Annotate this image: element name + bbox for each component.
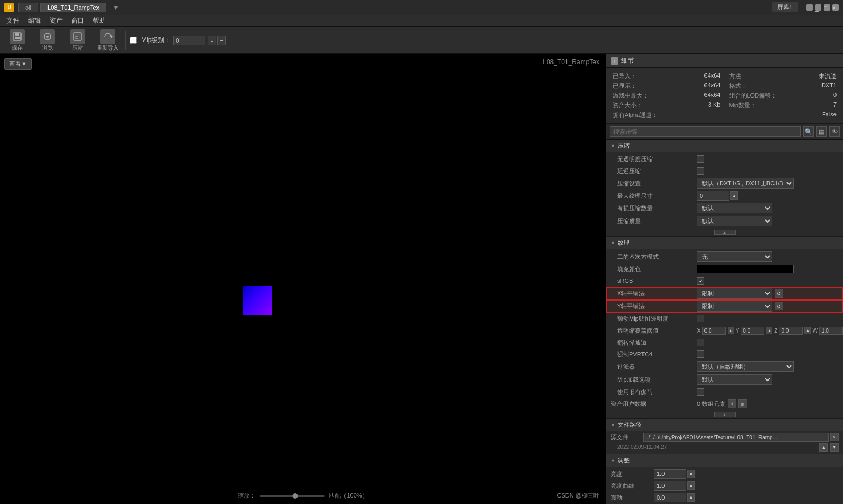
source-file-value: ../../../UnityProj/AP01/Assets/Texture/L… <box>643 433 829 442</box>
pin-btn[interactable] <box>806 4 813 11</box>
browse-button[interactable]: 浏览 <box>34 29 60 52</box>
adjust-section: ▼ 调整 亮度 ▲ 亮度曲线 ▲ <box>606 454 843 504</box>
mip-plus-btn[interactable]: + <box>217 36 226 45</box>
filepath-arrow: ▼ <box>611 423 616 428</box>
compress-settings-select[interactable]: 默认（DXT1/5，DX11上BC1/3） <box>697 178 794 189</box>
filepath-section-header[interactable]: ▼ 文件路径 <box>606 419 843 431</box>
menu-edit[interactable]: 编辑 <box>24 15 45 26</box>
maximize-btn[interactable]: □ <box>824 4 830 11</box>
compress-quality-select[interactable]: 默认 <box>697 216 772 226</box>
yaxis-reset-btn[interactable]: ↺ <box>775 302 783 310</box>
yaxis-tiling-select[interactable]: 限制 <box>697 301 772 312</box>
grid-view-btn[interactable]: ▦ <box>816 126 827 137</box>
xaxis-reset-btn[interactable]: ↺ <box>775 289 783 298</box>
xyzw-z-spin[interactable]: ▲ <box>804 327 811 334</box>
flip-green-checkbox[interactable] <box>697 339 704 346</box>
tab-ramptex[interactable]: L08_T01_RampTex <box>40 3 106 12</box>
userdata-add-btn[interactable]: + <box>728 399 736 408</box>
mip-checkbox[interactable] <box>130 37 137 44</box>
xaxis-tiling-select[interactable]: 限制 <box>697 288 772 299</box>
mip-minus-btn[interactable]: - <box>208 36 216 45</box>
vibration-input[interactable] <box>654 493 686 502</box>
search-input[interactable] <box>610 126 801 137</box>
max-texture-up-btn[interactable]: ▲ <box>730 191 738 200</box>
menu-help[interactable]: 帮助 <box>88 15 110 26</box>
filter-select[interactable]: 默认（自纹理组） <box>697 361 794 372</box>
nav-down-btn[interactable]: ▼ <box>830 443 839 452</box>
xyzw-w-input[interactable] <box>819 327 843 335</box>
texture-section-header[interactable]: ▼ 纹理 <box>606 237 843 249</box>
compress-section-header[interactable]: ▼ 压缩 <box>606 140 843 152</box>
xyzw-x-input[interactable] <box>702 327 726 335</box>
delay-compress-checkbox[interactable] <box>697 167 704 175</box>
xyzw-y-spin[interactable]: ▲ <box>766 327 772 334</box>
save-button[interactable]: 保存 <box>4 29 30 52</box>
pvrtc4-row: 强制PVRTC4 <box>606 348 843 360</box>
compress-title: 压缩 <box>618 142 630 150</box>
mip-label: Mip级别： <box>141 36 171 45</box>
view-mode-btn[interactable]: 直看▼ <box>4 58 32 70</box>
panel-title: 细节 <box>621 56 634 65</box>
minimize-btn[interactable]: _ <box>815 4 821 11</box>
info-mipcount: Mip数量： 7 <box>729 101 837 109</box>
nav-up-btn[interactable]: ▲ <box>819 443 828 452</box>
search-button[interactable]: 🔍 <box>803 126 814 137</box>
no-alpha-compress-row: 无透明度压缩 <box>606 153 843 165</box>
brightness-input[interactable] <box>654 469 686 479</box>
vibration-spin[interactable]: ▲ <box>687 493 695 502</box>
save-label: 保存 <box>12 44 23 52</box>
yaxis-tiling-label: Y轴平铺法 <box>611 302 697 310</box>
no-alpha-compress-checkbox[interactable] <box>697 155 704 163</box>
reimport-button[interactable]: 重新导入 <box>95 29 121 52</box>
texture-title: 纹理 <box>618 239 630 247</box>
menu-window[interactable]: 窗口 <box>67 15 88 26</box>
panel-header: i 细节 <box>606 54 843 68</box>
title-tabs: oil L08_T01_RampTex ▼ <box>18 3 123 12</box>
lossy-compress-value: 默认 <box>697 203 839 213</box>
alpha-threshold-label: 透明缩覆盖阈值 <box>611 327 697 335</box>
userdata-remove-btn[interactable]: 🗑 <box>738 399 747 408</box>
close-btn[interactable]: × <box>832 4 839 11</box>
fill-color-swatch[interactable] <box>697 265 794 273</box>
brightness-row: 亮度 ▲ <box>606 468 843 480</box>
texture-arrow: ▼ <box>611 240 616 246</box>
xyzw-y-input[interactable] <box>741 327 764 335</box>
file-timestamp: 2022.02.09-11.04.27 <box>611 443 673 452</box>
xyzw-z-input[interactable] <box>779 327 803 335</box>
brightness-curve-input[interactable] <box>654 481 686 491</box>
tab-oil[interactable]: oil <box>18 3 38 12</box>
texture-section: ▼ 纹理 二的幂次方模式 无 填充颜色 <box>606 237 843 419</box>
texture-scroll-up-btn[interactable]: ▲ <box>714 412 736 417</box>
lossy-compress-select[interactable]: 默认 <box>697 203 772 213</box>
info-alpha: 拥有Alpha通道： False <box>613 111 837 119</box>
source-file-row: 源文件 ../../../UnityProj/AP01/Assets/Textu… <box>606 431 843 443</box>
adjust-section-header[interactable]: ▼ 调整 <box>606 454 843 467</box>
legacy-gamma-checkbox[interactable] <box>697 388 704 396</box>
brightness-curve-spin[interactable]: ▲ <box>687 481 695 490</box>
source-file-clear-btn[interactable]: × <box>830 433 839 441</box>
info-displayed: 已显示： 64x64 <box>613 82 721 90</box>
eye-btn[interactable]: 👁 <box>829 126 840 137</box>
zoom-slider[interactable] <box>260 495 324 497</box>
pow2-row: 二的幂次方模式 无 <box>606 250 843 263</box>
mip-load-value: 默认 <box>697 374 839 385</box>
srgb-label: sRGB <box>611 278 697 284</box>
pvrtc4-checkbox[interactable] <box>697 350 704 358</box>
mip-value-input[interactable] <box>173 36 205 45</box>
dither-mip-checkbox[interactable] <box>697 315 704 322</box>
xyzw-x-spin[interactable]: ▲ <box>728 327 734 334</box>
menu-file[interactable]: 文件 <box>2 15 24 26</box>
max-texture-size-input[interactable] <box>697 191 729 201</box>
brightness-spin[interactable]: ▲ <box>687 470 695 478</box>
pow2-select[interactable]: 无 <box>697 251 772 262</box>
method-value: 未流送 <box>819 72 837 80</box>
source-file-label: 源文件 <box>611 433 643 441</box>
tab-dropdown[interactable]: ▼ <box>108 3 123 12</box>
compress-button[interactable]: C 压缩 <box>65 29 91 52</box>
delay-compress-label: 延迟压缩 <box>611 167 697 175</box>
scroll-up-btn[interactable]: ▲ <box>714 230 736 235</box>
userdata-value: 0 数组元素 + 🗑 <box>697 399 747 408</box>
menu-asset[interactable]: 资产 <box>45 15 67 26</box>
srgb-checkbox[interactable] <box>697 277 704 285</box>
mip-load-select[interactable]: 默认 <box>697 374 772 385</box>
